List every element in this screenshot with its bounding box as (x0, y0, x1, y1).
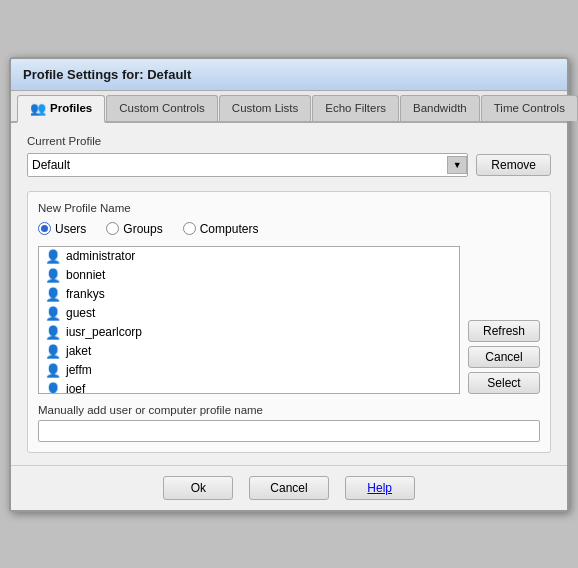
tab-content: Current Profile Default ▼ Remove New Pro… (11, 123, 567, 465)
current-profile-dropdown[interactable]: Default ▼ (27, 153, 468, 177)
current-profile-value: Default (32, 158, 70, 172)
user-icon: 👤 (45, 268, 61, 283)
manual-add-section: Manually add user or computer profile na… (38, 404, 540, 442)
user-icon: 👤 (45, 249, 61, 264)
cancel-list-button[interactable]: Cancel (468, 346, 540, 368)
list-item[interactable]: 👤 guest (39, 304, 459, 323)
tab-custom-controls-label: Custom Controls (119, 102, 205, 114)
radio-computers-circle[interactable] (183, 222, 196, 235)
profiles-tab-icon: 👥 (30, 101, 46, 116)
user-name: jeffm (66, 363, 92, 377)
radio-groups-label: Groups (123, 222, 162, 236)
radio-computers-label: Computers (200, 222, 259, 236)
radio-groups[interactable]: Groups (106, 222, 162, 236)
user-icon: 👤 (45, 344, 61, 359)
tab-echo-filters-label: Echo Filters (325, 102, 386, 114)
select-button[interactable]: Select (468, 372, 540, 394)
user-name: guest (66, 306, 95, 320)
list-item[interactable]: 👤 joef (39, 380, 459, 394)
dialog-footer: Ok Cancel Help (11, 465, 567, 510)
remove-button[interactable]: Remove (476, 154, 551, 176)
tab-bandwidth-label: Bandwidth (413, 102, 467, 114)
user-icon: 👤 (45, 363, 61, 378)
manual-add-label: Manually add user or computer profile na… (38, 404, 540, 416)
tab-profiles-label: Profiles (50, 102, 92, 114)
refresh-button[interactable]: Refresh (468, 320, 540, 342)
tab-custom-lists[interactable]: Custom Lists (219, 95, 311, 121)
tab-time-controls-label: Time Controls (494, 102, 565, 114)
current-profile-section: Current Profile Default ▼ Remove (27, 135, 551, 177)
tab-echo-filters[interactable]: Echo Filters (312, 95, 399, 121)
profile-settings-dialog: Profile Settings for: Default 👥 Profiles… (9, 57, 569, 512)
tab-bar: 👥 Profiles Custom Controls Custom Lists … (11, 91, 567, 123)
user-name: frankys (66, 287, 105, 301)
user-name: iusr_pearlcorp (66, 325, 142, 339)
list-item[interactable]: 👤 jaket (39, 342, 459, 361)
radio-users-label: Users (55, 222, 86, 236)
list-item[interactable]: 👤 frankys (39, 285, 459, 304)
tab-custom-controls[interactable]: Custom Controls (106, 95, 218, 121)
radio-users[interactable]: Users (38, 222, 86, 236)
user-icon: 👤 (45, 287, 61, 302)
manual-input-row (38, 420, 540, 442)
dropdown-arrow-icon[interactable]: ▼ (447, 156, 467, 174)
list-item[interactable]: 👤 administrator (39, 247, 459, 266)
radio-users-circle[interactable] (38, 222, 51, 235)
dialog-title: Profile Settings for: Default (11, 59, 567, 91)
tab-bandwidth[interactable]: Bandwidth (400, 95, 480, 121)
user-name: bonniet (66, 268, 105, 282)
tab-custom-lists-label: Custom Lists (232, 102, 298, 114)
user-name: joef (66, 382, 85, 394)
list-area: 👤 administrator 👤 bonniet 👤 frankys 👤 gu… (38, 246, 540, 394)
new-profile-section: New Profile Name Users Groups Computers (27, 191, 551, 453)
list-item[interactable]: 👤 jeffm (39, 361, 459, 380)
profile-type-radio-group: Users Groups Computers (38, 222, 540, 236)
list-action-buttons: Refresh Cancel Select (468, 246, 540, 394)
user-name: administrator (66, 249, 135, 263)
user-icon: 👤 (45, 382, 61, 394)
list-item[interactable]: 👤 bonniet (39, 266, 459, 285)
profile-row: Default ▼ Remove (27, 153, 551, 177)
user-name: jaket (66, 344, 91, 358)
user-icon: 👤 (45, 306, 61, 321)
tab-profiles[interactable]: 👥 Profiles (17, 95, 105, 123)
help-button[interactable]: Help (345, 476, 415, 500)
tab-time-controls[interactable]: Time Controls (481, 95, 578, 121)
list-item[interactable]: 👤 iusr_pearlcorp (39, 323, 459, 342)
current-profile-label: Current Profile (27, 135, 551, 147)
user-icon: 👤 (45, 325, 61, 340)
ok-button[interactable]: Ok (163, 476, 233, 500)
radio-groups-circle[interactable] (106, 222, 119, 235)
radio-computers[interactable]: Computers (183, 222, 259, 236)
footer-cancel-button[interactable]: Cancel (249, 476, 328, 500)
manual-add-input[interactable] (38, 420, 540, 442)
user-list[interactable]: 👤 administrator 👤 bonniet 👤 frankys 👤 gu… (38, 246, 460, 394)
new-profile-label: New Profile Name (38, 202, 540, 214)
